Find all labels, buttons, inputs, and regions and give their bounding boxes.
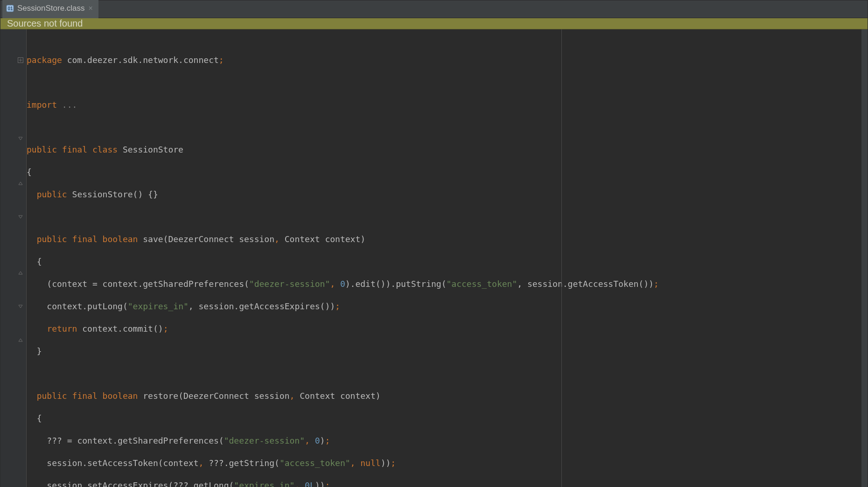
code-text: context.commit() <box>77 324 163 334</box>
code-text: , <box>290 391 295 401</box>
code-text: { <box>27 167 32 177</box>
code-text: Context context) <box>294 391 380 401</box>
code-text <box>37 324 47 334</box>
code-text: 0L <box>305 480 315 487</box>
right-margin-line <box>561 29 562 487</box>
code-text: "expires_in" <box>128 301 189 311</box>
code-text: { <box>37 257 42 266</box>
code-text: 0 <box>340 279 345 289</box>
svg-text:01: 01 <box>7 6 13 11</box>
code-text: context.putLong( <box>37 301 128 311</box>
code-text: session.setAccessToken(context <box>37 458 199 468</box>
sources-not-found-banner: Sources not found <box>0 18 868 29</box>
code-text: ) <box>320 436 325 445</box>
code-text: , session.getAccessExpires()) <box>189 301 335 311</box>
code-text: SessionStore <box>118 145 183 154</box>
code-text: ??? = context.getSharedPreferences( <box>37 436 224 445</box>
code-text: , <box>274 234 280 244</box>
code-text: ; <box>654 279 659 289</box>
code-text: ; <box>325 436 330 445</box>
banner-text: Sources not found <box>7 18 83 29</box>
code-text: com.deezer.sdk.network.connect <box>62 55 219 65</box>
code-text: public final boolean <box>37 234 138 244</box>
code-text: ; <box>391 458 396 468</box>
code-text: , <box>330 279 340 289</box>
code-text: 0 <box>315 436 320 445</box>
fold-expand-icon[interactable] <box>17 57 24 63</box>
error-stripe[interactable] <box>861 29 868 487</box>
fold-collapse-icon[interactable] <box>17 135 24 142</box>
code-text: ; <box>325 480 330 487</box>
code-text: , <box>294 480 305 487</box>
code-text: return <box>47 324 77 334</box>
code-text: ???.getString( <box>203 458 280 468</box>
code-text: ... <box>57 100 77 110</box>
fold-end-icon[interactable] <box>17 337 24 343</box>
code-view[interactable]: package com.deezer.sdk.network.connect; … <box>27 29 861 487</box>
fold-end-icon[interactable] <box>17 270 24 276</box>
fold-collapse-icon[interactable] <box>17 214 24 220</box>
code-text: , <box>305 436 315 445</box>
editor-area: package com.deezer.sdk.network.connect; … <box>0 29 868 487</box>
tab-sessionstore[interactable]: 01 SessionStore.class × <box>2 0 98 18</box>
fold-collapse-icon[interactable] <box>17 303 24 310</box>
code-text: SessionStore() {} <box>67 189 158 199</box>
code-text: public final class <box>27 145 118 154</box>
code-text: )) <box>381 458 391 468</box>
code-text: "access_token" <box>280 458 350 468</box>
code-text: null <box>360 458 380 468</box>
editor-window: 01 SessionStore.class × Sources not foun… <box>0 0 868 487</box>
code-text: package <box>27 55 62 65</box>
gutter[interactable] <box>0 29 27 487</box>
code-text: "access_token" <box>447 279 518 289</box>
code-text: save(DeezerConnect session <box>138 234 274 244</box>
code-text: { <box>37 413 42 423</box>
code-text: public <box>37 189 67 199</box>
code-text: public final boolean <box>37 391 138 401</box>
code-text: ; <box>335 301 340 311</box>
code-text: "deezer-session" <box>224 436 305 445</box>
code-text: ).edit()).putString( <box>345 279 447 289</box>
code-text: Context context) <box>280 234 365 244</box>
code-text: restore(DeezerConnect session <box>138 391 289 401</box>
code-text: , <box>350 458 361 468</box>
code-text: "expires_in" <box>234 480 294 487</box>
fold-end-icon[interactable] <box>17 180 24 187</box>
code-text: ; <box>163 324 168 334</box>
code-text: )) <box>315 480 325 487</box>
code-text: ; <box>219 55 224 65</box>
code-text: import <box>27 100 57 110</box>
code-text: , <box>198 458 203 468</box>
code-text: } <box>37 346 42 356</box>
tab-label: SessionStore.class <box>17 4 85 13</box>
tab-bar: 01 SessionStore.class × <box>0 0 868 18</box>
code-text: session.setAccessExpires(???.getLong( <box>37 480 234 487</box>
code-text: (context = context.getSharedPreferences( <box>37 279 249 289</box>
code-text: , session.getAccessToken()) <box>517 279 654 289</box>
code-text: "deezer-session" <box>249 279 330 289</box>
close-tab-icon[interactable]: × <box>88 4 93 13</box>
class-file-icon: 01 <box>6 4 14 13</box>
